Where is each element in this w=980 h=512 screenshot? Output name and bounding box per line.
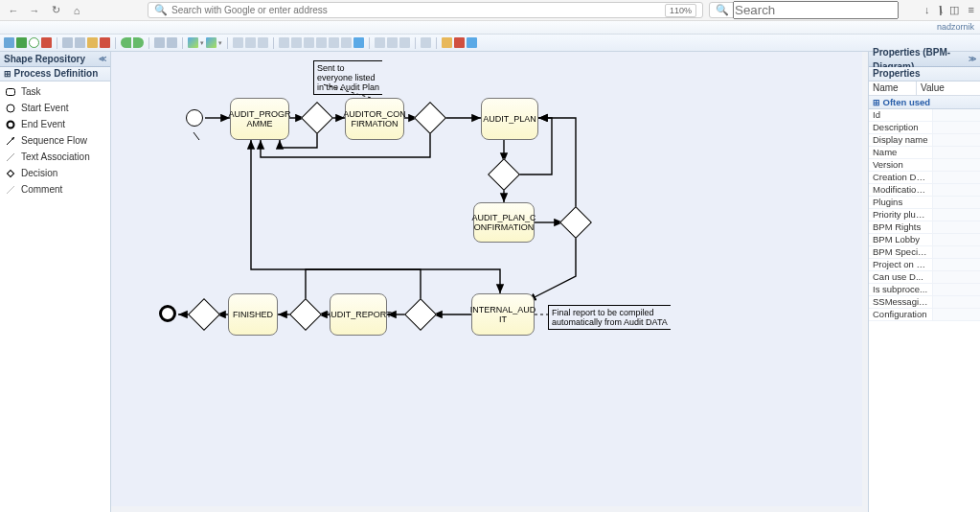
shape-item-flow[interactable]: Sequence Flow	[0, 132, 110, 149]
undo-icon[interactable]	[121, 37, 131, 48]
prop-value[interactable]	[932, 122, 980, 133]
task-audit-report[interactable]: AUDIT_REPORT	[330, 293, 387, 336]
canvas-scrollbar-v[interactable]	[862, 52, 868, 512]
gateway-g5[interactable]	[404, 298, 437, 331]
a3-icon[interactable]	[258, 37, 268, 48]
dropdown-icon[interactable]: ▾	[200, 39, 204, 47]
back-icon[interactable]: ←	[6, 3, 21, 18]
shape-item-start[interactable]: Start Event	[0, 100, 110, 116]
prop-value[interactable]	[932, 147, 980, 158]
prop-row[interactable]: Display name	[869, 134, 980, 147]
forward-icon[interactable]: →	[27, 3, 42, 18]
prop-row[interactable]: Description	[869, 122, 980, 134]
prop-value[interactable]	[932, 159, 980, 171]
prop-row[interactable]: Is subproce...	[869, 284, 980, 296]
al4-icon[interactable]	[316, 37, 327, 48]
task-auditor-confirmation[interactable]: AUDITOR_CON FIRMATION	[345, 98, 404, 140]
shape-item-decision[interactable]: Decision	[0, 165, 110, 181]
al5-icon[interactable]	[329, 37, 339, 48]
al3-icon[interactable]	[304, 37, 314, 48]
d2-icon[interactable]	[454, 37, 465, 48]
canvas-scrollbar-h[interactable]	[111, 506, 862, 512]
prop-row[interactable]: Configuration	[869, 309, 980, 321]
end-event[interactable]	[159, 305, 176, 322]
gateway-g2[interactable]	[414, 102, 446, 134]
prop-group-often-used[interactable]: Often used	[869, 96, 980, 109]
gateway-g4[interactable]	[559, 206, 592, 239]
prop-row[interactable]: Name	[869, 147, 980, 159]
url-input[interactable]	[171, 5, 661, 15]
al1-icon[interactable]	[279, 37, 289, 48]
al2-icon[interactable]	[291, 37, 302, 48]
prop-row[interactable]: SSMessaging	[869, 296, 980, 309]
cut-icon[interactable]	[62, 37, 73, 48]
browser-search[interactable]: 🔍	[709, 2, 867, 18]
gateway-g1[interactable]	[301, 102, 333, 134]
prop-value[interactable]	[932, 284, 980, 295]
prop-row[interactable]: Id	[869, 109, 980, 122]
al6-icon[interactable]	[341, 37, 352, 48]
shape-item-end[interactable]: End Event	[0, 116, 110, 132]
shape-item-assoc[interactable]: Text Association	[0, 149, 110, 165]
reload-icon[interactable]: ↻	[48, 3, 63, 18]
prop-value[interactable]	[932, 197, 980, 208]
prop-row[interactable]: Priority plug...	[869, 209, 980, 221]
a2-icon[interactable]	[245, 37, 256, 48]
process-definition-header[interactable]: Process Definition	[0, 67, 110, 81]
gateway-g3[interactable]	[488, 158, 520, 191]
annotation-final-report[interactable]: Final report to be compiled automaticall…	[548, 305, 671, 330]
start-event[interactable]	[186, 109, 203, 127]
prop-row[interactable]: Project on p...	[869, 259, 980, 271]
prop-row[interactable]: BPM Rights	[869, 221, 980, 234]
task-finished[interactable]: FINISHED	[228, 293, 278, 336]
prop-row[interactable]: Plugins	[869, 197, 980, 209]
hamburger-icon[interactable]: ≡	[969, 4, 974, 16]
prop-value[interactable]	[932, 221, 980, 233]
print-icon[interactable]	[4, 37, 14, 48]
b1-icon[interactable]	[375, 37, 385, 48]
prop-row[interactable]: Version	[869, 159, 980, 172]
copy-icon[interactable]	[75, 37, 85, 48]
redo-icon[interactable]	[133, 37, 144, 48]
shape-item-comment[interactable]: Comment	[0, 181, 110, 198]
d1-icon[interactable]	[442, 37, 452, 48]
pict-icon[interactable]	[188, 37, 198, 48]
prop-value[interactable]	[932, 259, 980, 270]
a1-icon[interactable]	[233, 37, 243, 48]
b2-icon[interactable]	[387, 37, 398, 48]
task-audit-plan-confirmation[interactable]: AUDIT_PLAN_C ONFIRMATION	[473, 202, 535, 243]
d3-icon[interactable]	[467, 37, 477, 48]
save-icon[interactable]	[16, 37, 27, 48]
prop-row[interactable]: Can use D...	[869, 271, 980, 284]
paste-icon[interactable]	[87, 37, 98, 48]
task-internal-audit[interactable]: INTERNAL_AUD IT	[471, 293, 535, 336]
pict2-icon[interactable]	[206, 37, 217, 48]
task-audit-programme[interactable]: AUDIT_PROGR AMME	[230, 98, 289, 140]
collapse-icon[interactable]: ≪	[99, 52, 106, 66]
annotation-audit-plan-recipients[interactable]: Sent to everyone listed in the Audit Pla…	[313, 60, 382, 95]
download-icon[interactable]: ↓	[924, 4, 930, 16]
search-input[interactable]	[733, 1, 899, 19]
prop-value[interactable]	[932, 134, 980, 146]
prop-value[interactable]	[932, 209, 980, 221]
prop-value[interactable]	[932, 234, 980, 245]
task-audit-plan[interactable]: AUDIT_PLAN	[481, 98, 538, 140]
prop-row[interactable]: Creation Date	[869, 172, 980, 184]
b3-icon[interactable]	[399, 37, 410, 48]
diagram-canvas[interactable]: AUDIT_PROGR AMME AUDITOR_CON FIRMATION A…	[111, 52, 869, 512]
dropdown-icon[interactable]: ▾	[218, 39, 222, 47]
prop-value[interactable]	[932, 109, 980, 121]
c1-icon[interactable]	[421, 37, 431, 48]
prop-value[interactable]	[932, 271, 980, 283]
prop-value[interactable]	[932, 309, 980, 320]
prop-value[interactable]	[932, 246, 980, 258]
pdf-icon[interactable]	[41, 37, 52, 48]
prop-row[interactable]: BPM Specia...	[869, 246, 980, 259]
url-bar[interactable]: 🔍 110%	[148, 2, 703, 18]
sidebar-icon[interactable]: ◫	[949, 4, 959, 16]
prop-row[interactable]: Modification...	[869, 184, 980, 197]
prop-value[interactable]	[932, 296, 980, 308]
prop-value[interactable]	[932, 184, 980, 196]
zoomout-icon[interactable]	[167, 37, 177, 48]
gateway-g7[interactable]	[188, 298, 220, 331]
